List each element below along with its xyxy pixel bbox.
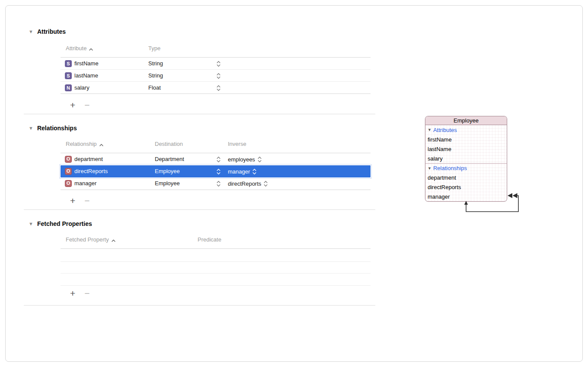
relationship-name[interactable]: department [74, 153, 103, 165]
section-divider [24, 305, 375, 306]
destination-popup-stepper-icon[interactable] [217, 168, 220, 175]
relationship-badge: O [65, 180, 72, 187]
column-header-inverse[interactable]: Inverse [228, 141, 246, 148]
attribute-row[interactable]: S lastName String [61, 70, 371, 82]
relationships-add-remove-controls: + − [70, 196, 90, 206]
column-header-destination[interactable]: Destination [155, 141, 183, 148]
empty-row-divider [61, 273, 371, 274]
self-relationship-arrow[interactable] [463, 190, 523, 215]
sort-ascending-icon [99, 144, 103, 146]
destination-popup-stepper-icon[interactable] [217, 156, 220, 163]
attribute-name[interactable]: salary [74, 82, 89, 94]
empty-row-divider [61, 285, 371, 286]
column-header-type[interactable]: Type [148, 45, 160, 52]
attributes-section-header: ▼ Attributes [29, 28, 66, 35]
relationship-row[interactable]: O department Department employees [61, 153, 371, 165]
disclosure-triangle-icon[interactable]: ▼ [29, 124, 33, 132]
attribute-row[interactable]: S firstName String [61, 58, 371, 70]
remove-fetched-property-button[interactable]: − [84, 288, 89, 299]
inverse-popup-stepper-icon[interactable] [252, 168, 256, 175]
table-divider [61, 248, 371, 249]
entity-body: ▼ Attributes firstName lastName salary ▼… [425, 125, 507, 201]
disclosure-triangle-icon[interactable]: ▼ [29, 28, 33, 35]
empty-row-divider [61, 261, 371, 262]
to-many-arrowhead-icon [513, 193, 518, 198]
attribute-type-value[interactable]: String [148, 58, 163, 70]
sort-ascending-icon [112, 239, 115, 242]
attribute-type-badge: S [65, 72, 72, 79]
column-header-fetched-property[interactable]: Fetched Property [66, 236, 115, 243]
column-header-predicate[interactable]: Predicate [198, 236, 221, 243]
entity-attributes-section-row[interactable]: ▼ Attributes [425, 125, 507, 135]
disclosure-triangle-icon[interactable]: ▼ [428, 128, 431, 132]
remove-relationship-button[interactable]: − [84, 196, 89, 206]
arrowhead-up-icon [464, 201, 468, 205]
section-title: Attributes [37, 28, 66, 35]
attributes-add-remove-controls: + − [70, 100, 90, 110]
destination-value[interactable]: Employee [155, 165, 180, 177]
destination-value[interactable]: Employee [155, 177, 180, 190]
destination-value[interactable]: Department [155, 153, 184, 165]
attribute-type-badge: S [65, 60, 72, 67]
entity-attribute-item[interactable]: lastName [425, 144, 507, 154]
add-relationship-button[interactable]: + [70, 196, 75, 206]
type-popup-stepper-icon[interactable] [217, 61, 220, 67]
type-popup-stepper-icon[interactable] [217, 73, 220, 79]
table-divider [61, 93, 371, 94]
section-title: Fetched Properties [37, 220, 92, 227]
entity-card-employee[interactable]: Employee ▼ Attributes firstName lastName… [425, 116, 507, 202]
relationship-row[interactable]: O manager Employee directReports [61, 177, 371, 190]
relationship-row[interactable]: O directReports Employee manager [61, 165, 371, 177]
add-fetched-property-button[interactable]: + [70, 288, 75, 299]
entity-relationship-item[interactable]: department [425, 173, 507, 182]
attribute-type-badge: N [65, 84, 72, 91]
entity-title[interactable]: Employee [425, 116, 507, 125]
section-divider [24, 114, 375, 114]
sort-ascending-icon [89, 48, 93, 51]
column-header-relationship[interactable]: Relationship [66, 141, 103, 148]
add-attribute-button[interactable]: + [70, 100, 75, 110]
relationships-section-header: ▼ Relationships [29, 124, 77, 132]
fetched-add-remove-controls: + − [70, 288, 90, 299]
entity-attribute-item[interactable]: firstName [425, 135, 507, 144]
entity-attribute-item[interactable]: salary [425, 154, 507, 163]
attribute-name[interactable]: lastName [74, 70, 98, 82]
disclosure-triangle-icon[interactable]: ▼ [428, 166, 431, 171]
inverse-value[interactable]: manager [228, 168, 250, 175]
table-divider [61, 190, 371, 190]
inverse-popup-stepper-icon[interactable] [258, 156, 262, 163]
column-header-attribute[interactable]: Attribute [66, 45, 93, 52]
relationship-name[interactable]: directReports [74, 165, 108, 177]
inverse-value[interactable]: directReports [228, 180, 261, 187]
inverse-popup-stepper-icon[interactable] [264, 180, 268, 187]
attribute-name[interactable]: firstName [74, 58, 99, 70]
disclosure-triangle-icon[interactable]: ▼ [29, 220, 33, 228]
type-popup-stepper-icon[interactable] [217, 85, 220, 91]
inverse-value[interactable]: employees [228, 156, 255, 163]
destination-popup-stepper-icon[interactable] [217, 180, 220, 187]
relationship-badge: O [65, 156, 72, 163]
section-title: Relationships [37, 125, 77, 132]
relationship-badge: O [65, 168, 72, 175]
fetched-properties-section-header: ▼ Fetched Properties [29, 220, 92, 228]
to-many-arrowhead-icon [508, 193, 512, 198]
remove-attribute-button[interactable]: − [84, 100, 89, 110]
attribute-type-value[interactable]: Float [148, 82, 161, 94]
attribute-row[interactable]: N salary Float [61, 82, 371, 94]
entity-relationships-section-row[interactable]: ▼ Relationships [425, 163, 507, 173]
relationship-name[interactable]: manager [74, 177, 96, 190]
section-divider [24, 209, 375, 210]
attribute-type-value[interactable]: String [148, 70, 163, 82]
